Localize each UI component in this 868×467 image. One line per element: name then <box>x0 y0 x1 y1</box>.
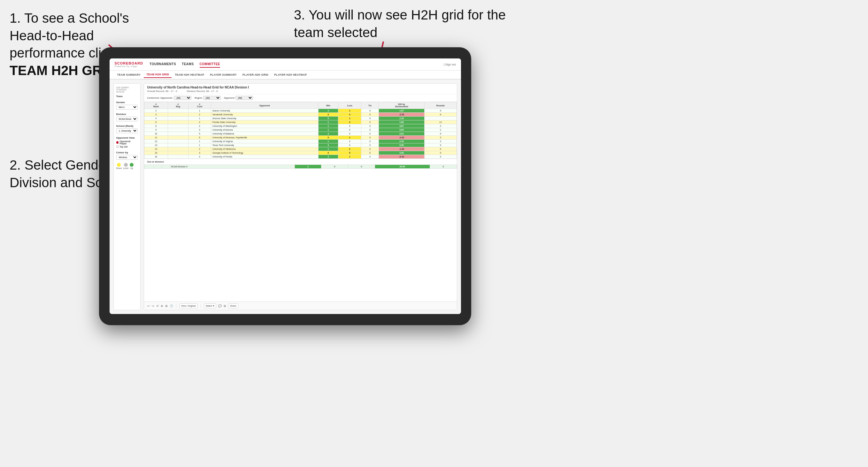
legend-level-dot <box>124 163 128 167</box>
redo-icon[interactable]: ↪ <box>152 304 154 308</box>
subnav-player-h2h-heatmap[interactable]: PLAYER H2H HEATMAP <box>272 72 309 77</box>
legend-level-label: Level <box>123 167 128 169</box>
opponent-label: Opponent <box>224 97 235 99</box>
col-loss: Loss <box>338 102 361 109</box>
nav-teams[interactable]: TEAMS <box>182 61 194 68</box>
opponents-select[interactable]: (All) <box>174 96 191 100</box>
grid-header: University of North Carolina Head-to-Hea… <box>144 84 457 94</box>
subnav-team-summary[interactable]: TEAM SUMMARY <box>115 72 144 77</box>
school-section: School (Rank) 1. University of Nort... <box>116 125 138 133</box>
col-rounds: Rounds <box>425 102 457 109</box>
watch-btn[interactable]: Watch ▾ <box>204 304 216 308</box>
conference-label: Conference <box>147 97 160 99</box>
copy-icon[interactable]: ⊕ <box>161 304 163 308</box>
watch-label: Watch ▾ <box>206 304 214 307</box>
grid-title: University of North Carolina Head-to-Hea… <box>147 86 454 89</box>
bottom-toolbar: ↩ ↪ ↺ ⊕ ⊞ 🕐 View: Original Watch ▾ 💬 ⊞ <box>144 302 457 310</box>
out-of-division-label: Out of division <box>144 159 457 164</box>
col-tie: Tie <box>361 102 379 109</box>
table-row: 32Vanderbilt University040-2.298 <box>144 113 457 117</box>
paste-icon[interactable]: ⊞ <box>165 304 168 308</box>
col-reg: #Reg <box>168 102 188 109</box>
table-row: 142University of Oklahoma120-1.009 <box>144 147 457 151</box>
gender-select[interactable]: Men's <box>116 105 138 110</box>
opponent-view-section: Opponent View Opponents Played Top 100 <box>116 136 138 148</box>
division-section: Division NCAA Division I <box>116 113 138 121</box>
opponent-view-radio-group: Opponents Played Top 100 <box>116 140 138 148</box>
undo-icon[interactable]: ↩ <box>147 304 150 308</box>
refresh-icon[interactable]: ↺ <box>156 304 159 308</box>
filters-row: Conference Opponents: (All) Region (All) <box>144 94 457 102</box>
col-diff: Diff AvStrokes/Rnd <box>379 102 425 109</box>
share-btn[interactable]: Share <box>228 304 238 308</box>
left-panel: Last Updated: 27/03/202416:55:38 Team Ge… <box>114 83 141 310</box>
out-div-diff: 26.00 <box>375 165 430 169</box>
legend-down-dot <box>117 163 121 167</box>
school-select[interactable]: 1. University of Nort... <box>116 128 138 133</box>
colour-label: Colour by <box>116 151 138 154</box>
logo: SCOREBOARD Powered by clippi <box>115 62 143 67</box>
opponents-label: Opponents: <box>160 97 173 99</box>
table-row: 93University of Arizona1009.002 <box>144 128 457 132</box>
sign-out[interactable]: | Sign out <box>444 63 456 66</box>
out-div-tie: 0 <box>348 165 375 169</box>
col-rank: #Rank <box>144 102 168 109</box>
team-label: Team <box>116 95 138 98</box>
school-label: School (Rank) <box>116 125 138 127</box>
table-row: 62Florida State University1201.8312 <box>144 120 457 124</box>
table-row: 41Arizona State University5102.29 <box>144 117 457 120</box>
subnav-player-h2h-grid[interactable]: PLAYER H2H GRID <box>240 72 271 77</box>
toolbar-sep-1 <box>176 304 176 308</box>
tablet-screen: SCOREBOARD Powered by clippi TOURNAMENTS… <box>110 58 461 314</box>
filter-opponent: Opponent (All) <box>224 96 253 100</box>
opponent-select[interactable]: (All) <box>236 96 253 100</box>
out-of-division-table: NCAA Division II 1 0 0 26.00 3 <box>144 164 457 169</box>
team-section: Team <box>116 95 138 98</box>
legend-up-label: Up <box>130 167 133 169</box>
out-div-rounds: 3 <box>430 165 457 169</box>
out-div-row: NCAA Division II 1 0 0 26.00 3 <box>144 165 457 169</box>
out-div-name: NCAA Division II <box>169 165 294 169</box>
share-label: Share <box>230 304 237 307</box>
region-label: Region <box>194 97 202 99</box>
col-conf: #Conf <box>188 102 211 109</box>
clock-icon[interactable]: 🕐 <box>169 304 173 308</box>
nav-items: TOURNAMENTS TEAMS COMMITTEE <box>150 61 444 68</box>
view-original-btn[interactable]: View: Original <box>179 304 198 308</box>
out-div-rank <box>144 165 154 169</box>
division-record: Division Record: 88 - 17 - 0 <box>187 90 218 93</box>
colour-section: Colour by Win/loss <box>116 151 138 160</box>
annotation-3: 3. You will now see H2H grid for the tea… <box>294 6 511 41</box>
legend-down-label: Down <box>116 167 122 169</box>
view-label: View: Original <box>181 304 196 307</box>
table-row: 163University of Florida310-6.429 <box>144 155 457 159</box>
nav-tournaments[interactable]: TOURNAMENTS <box>150 61 176 68</box>
grid-icon[interactable]: ⊞ <box>224 304 226 308</box>
radio-top100[interactable]: Top 100 <box>116 145 138 148</box>
table-row: 131Texas Tech University3005.569 <box>144 144 457 147</box>
comment-icon[interactable]: 💬 <box>218 304 222 308</box>
colour-select[interactable]: Win/loss <box>116 155 138 160</box>
radio-opponents-played[interactable]: Opponents Played <box>116 140 138 145</box>
tablet-device: SCOREBOARD Powered by clippi TOURNAMENTS… <box>99 47 471 325</box>
radio-opponents-label: Opponents Played <box>120 140 137 145</box>
logo-text: SCOREBOARD <box>115 61 143 65</box>
col-opponent: Opponent <box>211 102 318 109</box>
legend-up-dot <box>130 163 133 167</box>
nav-committee[interactable]: COMMITTEE <box>200 61 220 68</box>
division-select[interactable]: NCAA Division I <box>116 117 138 121</box>
grid-records: Overall Record: 89 - 17 - 0 Division Rec… <box>147 90 454 93</box>
overall-record: Overall Record: 89 - 17 - 0 <box>147 90 177 93</box>
table-row: 105University of Alabama3002.618 <box>144 132 457 136</box>
subnav-player-summary[interactable]: PLAYER SUMMARY <box>207 72 239 77</box>
top-nav: SCOREBOARD Powered by clippi TOURNAMENTS… <box>110 58 461 71</box>
content-area: Last Updated: 27/03/202416:55:38 Team Ge… <box>110 80 461 314</box>
table-row: 121University of Virginia1002.333 <box>144 139 457 144</box>
subnav-team-h2h-grid[interactable]: TEAM H2H GRID <box>144 71 172 78</box>
out-div-loss: 0 <box>321 165 348 169</box>
subnav-team-h2h-heatmap[interactable]: TEAM H2H HEATMAP <box>172 72 207 77</box>
region-select[interactable]: (All) <box>203 96 221 100</box>
gender-section: Gender Men's <box>116 101 138 110</box>
opponent-view-label: Opponent View <box>116 136 138 139</box>
toolbar-sep-2 <box>200 304 201 308</box>
